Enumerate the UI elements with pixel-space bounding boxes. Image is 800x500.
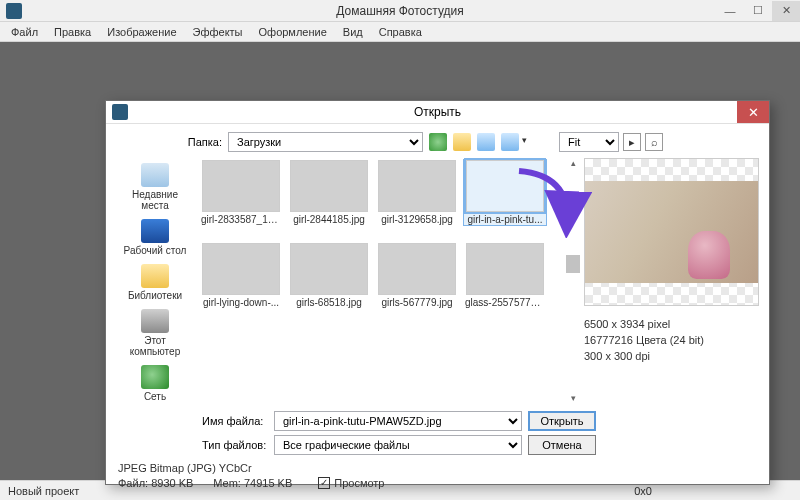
main-titlebar: Домашняя Фотостудия — ☐ ✕ bbox=[0, 0, 800, 22]
file-thumb bbox=[466, 243, 544, 295]
view-menu-icon[interactable] bbox=[501, 133, 519, 151]
file-thumb bbox=[290, 160, 368, 212]
file-item[interactable]: girls-567779.jpg bbox=[376, 243, 458, 308]
info-format: JPEG Bitmap (JPG) YCbCr bbox=[118, 461, 759, 475]
fit-mode-select[interactable]: Fit bbox=[559, 132, 619, 152]
info-file-size: Файл: 8930 KB bbox=[118, 476, 193, 490]
filetype-select[interactable]: Все графические файлы bbox=[274, 435, 522, 455]
app-title: Домашняя Фотостудия bbox=[336, 4, 463, 18]
place-this-pc[interactable]: Этот компьютер bbox=[118, 306, 192, 360]
computer-icon bbox=[141, 309, 169, 333]
info-mem: Mem: 74915 KB bbox=[213, 476, 292, 490]
file-thumb bbox=[378, 243, 456, 295]
file-name: girl-3129658.jpg bbox=[381, 214, 453, 225]
open-button[interactable]: Открыть bbox=[528, 411, 596, 431]
place-libraries[interactable]: Библиотеки bbox=[118, 261, 192, 304]
menu-help[interactable]: Справка bbox=[372, 24, 429, 40]
dialog-icon bbox=[112, 104, 128, 120]
folder-label: Папка: bbox=[186, 136, 222, 148]
file-name: glass-2557577_1... bbox=[465, 297, 545, 308]
status-project: Новый проект bbox=[8, 485, 79, 497]
minimize-button[interactable]: — bbox=[716, 1, 744, 21]
workspace: Открыть ✕ Папка: Загрузки Fit ▸ ⌕ bbox=[0, 42, 800, 480]
places-bar: Недавние места Рабочий стол Библиотеки Э… bbox=[116, 158, 194, 405]
open-dialog: Открыть ✕ Папка: Загрузки Fit ▸ ⌕ bbox=[105, 100, 770, 485]
close-button[interactable]: ✕ bbox=[772, 1, 800, 21]
dialog-title: Открыть bbox=[414, 105, 461, 119]
menu-edit[interactable]: Правка bbox=[47, 24, 98, 40]
filename-input[interactable]: girl-in-a-pink-tutu-PMAW5ZD.jpg bbox=[274, 411, 522, 431]
filetype-label: Тип файлов: bbox=[202, 439, 268, 451]
preview-checkbox[interactable]: ✓Просмотр bbox=[318, 476, 384, 490]
app-icon bbox=[6, 3, 22, 19]
file-name: girl-lying-down-... bbox=[203, 297, 279, 308]
menu-view[interactable]: Вид bbox=[336, 24, 370, 40]
preview-colors: 16777216 Цвета (24 bit) bbox=[584, 332, 759, 348]
file-item[interactable]: girls-68518.jpg bbox=[288, 243, 370, 308]
cancel-button[interactable]: Отмена bbox=[528, 435, 596, 455]
file-thumb bbox=[290, 243, 368, 295]
file-item[interactable]: girl-3129658.jpg bbox=[376, 160, 458, 225]
file-name: girl-in-a-pink-tu... bbox=[467, 214, 542, 225]
menu-decoration[interactable]: Оформление bbox=[252, 24, 334, 40]
file-item[interactable]: glass-2557577_1... bbox=[464, 243, 546, 308]
recent-icon bbox=[141, 163, 169, 187]
file-item[interactable]: girl-2844185.jpg bbox=[288, 160, 370, 225]
filename-label: Имя файла: bbox=[202, 415, 268, 427]
place-recent[interactable]: Недавние места bbox=[118, 160, 192, 214]
file-scrollbar[interactable]: ▴ ▾ bbox=[566, 158, 580, 405]
scroll-thumb[interactable] bbox=[566, 255, 580, 273]
file-thumb bbox=[378, 160, 456, 212]
up-one-level-icon[interactable] bbox=[453, 133, 471, 151]
file-item[interactable]: girl-2833587_192... bbox=[200, 160, 282, 225]
file-thumb bbox=[466, 160, 544, 212]
file-thumb bbox=[202, 160, 280, 212]
file-item-selected[interactable]: girl-in-a-pink-tu... bbox=[464, 160, 546, 225]
libraries-icon bbox=[141, 264, 169, 288]
folder-select[interactable]: Загрузки bbox=[228, 132, 423, 152]
dialog-close-button[interactable]: ✕ bbox=[737, 101, 769, 123]
scroll-down-icon[interactable]: ▾ bbox=[567, 393, 579, 405]
file-name: girls-68518.jpg bbox=[296, 297, 362, 308]
new-folder-icon[interactable] bbox=[477, 133, 495, 151]
preview-pane: 6500 x 3934 pixel 16777216 Цвета (24 bit… bbox=[584, 158, 759, 405]
place-desktop[interactable]: Рабочий стол bbox=[118, 216, 192, 259]
menu-effects[interactable]: Эффекты bbox=[186, 24, 250, 40]
file-list: girl-2833587_192... girl-2844185.jpg gir… bbox=[198, 158, 580, 405]
network-icon bbox=[141, 365, 169, 389]
file-name: girl-2844185.jpg bbox=[293, 214, 365, 225]
scroll-up-icon[interactable]: ▴ bbox=[567, 158, 579, 170]
preview-dpi: 300 x 300 dpi bbox=[584, 348, 759, 364]
file-name: girls-567779.jpg bbox=[381, 297, 452, 308]
back-icon[interactable] bbox=[429, 133, 447, 151]
preview-dimensions: 6500 x 3934 pixel bbox=[584, 316, 759, 332]
desktop-icon bbox=[141, 219, 169, 243]
menu-file[interactable]: Файл bbox=[4, 24, 45, 40]
nav-play-button[interactable]: ▸ bbox=[623, 133, 641, 151]
menu-image[interactable]: Изображение bbox=[100, 24, 183, 40]
maximize-button[interactable]: ☐ bbox=[744, 1, 772, 21]
place-network[interactable]: Сеть bbox=[118, 362, 192, 405]
file-name: girl-2833587_192... bbox=[201, 214, 281, 225]
dialog-titlebar: Открыть ✕ bbox=[106, 101, 769, 124]
zoom-preview-button[interactable]: ⌕ bbox=[645, 133, 663, 151]
preview-image bbox=[584, 158, 759, 306]
main-menubar: Файл Правка Изображение Эффекты Оформлен… bbox=[0, 22, 800, 42]
file-item[interactable]: girl-lying-down-... bbox=[200, 243, 282, 308]
file-thumb bbox=[202, 243, 280, 295]
